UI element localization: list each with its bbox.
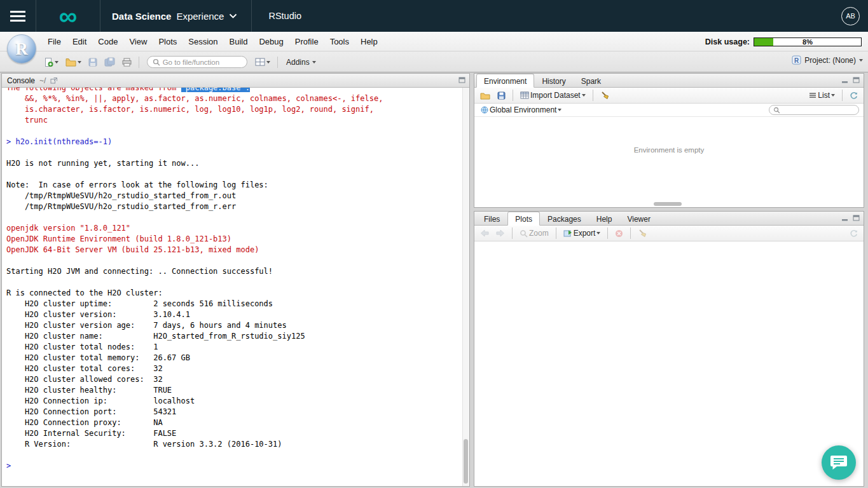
list-view-button[interactable]: List <box>807 89 837 102</box>
load-workspace-button[interactable] <box>478 90 492 102</box>
minimize-pane-icon[interactable] <box>841 77 848 83</box>
menu-help[interactable]: Help <box>355 37 383 46</box>
addins-button[interactable]: Addins <box>283 56 318 69</box>
new-file-icon <box>44 57 53 67</box>
console-body[interactable]: The following objects are masked from 'p… <box>2 88 462 486</box>
refresh-environment-button[interactable] <box>848 90 860 102</box>
save-all-button[interactable] <box>102 55 117 69</box>
console-line: H2O cluster healthy: TRUE <box>6 385 461 396</box>
menu-code[interactable]: Code <box>92 37 123 46</box>
console-line: H2O cluster name: H2O_started_from_R_rst… <box>6 331 461 342</box>
console-scrollbar[interactable] <box>462 88 469 486</box>
menu-build[interactable]: Build <box>224 37 254 46</box>
environment-scope-label: Global Environment <box>490 105 556 114</box>
tab-files[interactable]: Files <box>476 212 507 225</box>
environment-search-input[interactable] <box>782 106 855 114</box>
main-toolbar: Addins R Project: (None) <box>0 51 868 72</box>
addins-label: Addins <box>285 58 311 67</box>
print-button[interactable] <box>120 56 134 69</box>
menu-view[interactable]: View <box>123 37 153 46</box>
rstudio-logo: R <box>7 34 36 64</box>
console-line: H2O cluster allowed cores: 32 <box>6 374 461 385</box>
refresh-icon <box>850 92 858 100</box>
environment-hscrollbar-thumb[interactable] <box>654 202 682 206</box>
minimize-pane-icon[interactable] <box>841 215 848 221</box>
menu-debug[interactable]: Debug <box>253 37 289 46</box>
console-header: Console ~/ <box>2 74 469 88</box>
list-icon <box>809 92 816 98</box>
disk-usage-label: Disk usage: <box>705 37 750 46</box>
popout-icon[interactable] <box>50 77 58 84</box>
console-line: trunc <box>6 115 461 126</box>
console-line <box>6 147 461 158</box>
maximize-pane-icon[interactable] <box>458 77 465 83</box>
menu-file[interactable]: File <box>42 37 67 46</box>
refresh-plots-button[interactable] <box>848 227 860 240</box>
dsx-header: ∞ Data Science Experience RStudio AB <box>0 0 868 32</box>
tab-history[interactable]: History <box>534 74 573 87</box>
console-line: H2O Connection ip: localhost <box>6 396 461 407</box>
console-line <box>6 212 461 223</box>
environment-pane: Environment History Spark Import Dataset <box>474 73 864 208</box>
environment-search[interactable] <box>769 105 859 115</box>
console-line <box>6 126 461 137</box>
console-line: H2O cluster uptime: 2 seconds 516 millis… <box>6 299 461 309</box>
menu-session[interactable]: Session <box>183 37 223 46</box>
environment-toolbar: Import Dataset List <box>474 88 864 104</box>
menu-profile[interactable]: Profile <box>289 37 324 46</box>
list-view-label: List <box>818 91 830 100</box>
console-title: Console <box>7 76 35 85</box>
menu-bar: File Edit Code View Plots Session Build … <box>0 32 868 51</box>
tab-packages[interactable]: Packages <box>540 212 589 225</box>
tab-environment[interactable]: Environment <box>476 74 534 88</box>
avatar[interactable]: AB <box>841 7 860 25</box>
tab-plots[interactable]: Plots <box>507 212 540 226</box>
hamburger-menu-icon[interactable] <box>0 0 36 32</box>
console-line <box>6 169 461 180</box>
menu-plots[interactable]: Plots <box>153 37 183 46</box>
export-plot-button[interactable]: Export <box>561 227 603 240</box>
console-line <box>6 450 461 461</box>
chevron-down-icon <box>229 13 237 18</box>
product-switcher[interactable]: Data Science Experience <box>100 0 251 32</box>
project-selector[interactable]: R Project: (None) <box>792 55 863 65</box>
zoom-plot-button[interactable]: Zoom <box>518 227 551 240</box>
dsx-infinity-logo-icon[interactable]: ∞ <box>36 2 100 30</box>
plot-forward-button[interactable] <box>494 227 507 239</box>
chat-launcher-button[interactable] <box>822 445 856 480</box>
console-line: > <box>6 461 461 471</box>
console-scrollbar-thumb[interactable] <box>464 439 468 484</box>
remove-plot-button[interactable] <box>613 227 625 240</box>
console-line: R is connected to the H2O cluster: <box>6 288 461 299</box>
environment-scope-selector[interactable]: Global Environment <box>479 104 563 116</box>
menu-tools[interactable]: Tools <box>324 37 355 46</box>
save-all-icon <box>104 57 115 67</box>
svg-text:R: R <box>794 57 799 64</box>
maximize-pane-icon[interactable] <box>853 215 860 221</box>
console-line: openjdk version "1.8.0_121" <box>6 223 461 234</box>
goto-file-search[interactable] <box>147 56 247 68</box>
tab-viewer[interactable]: Viewer <box>619 212 658 225</box>
clear-plots-button[interactable] <box>636 227 649 240</box>
r-project-icon: R <box>792 55 801 65</box>
plot-back-button[interactable] <box>478 227 491 239</box>
save-workspace-button[interactable] <box>495 90 507 102</box>
save-button[interactable] <box>86 56 99 69</box>
environment-empty-message: Environment is empty <box>474 117 864 154</box>
new-file-button[interactable] <box>42 55 60 69</box>
menu-edit[interactable]: Edit <box>67 37 92 46</box>
tab-help[interactable]: Help <box>589 212 620 225</box>
console-line <box>6 277 461 288</box>
console-line: OpenJDK 64-Bit Server VM (build 25.121-b… <box>6 245 461 255</box>
tab-spark[interactable]: Spark <box>574 74 609 87</box>
clear-workspace-button[interactable] <box>598 89 611 102</box>
disk-usage-percent: 8% <box>754 38 861 46</box>
console-line: H2O cluster total memory: 26.67 GB <box>6 353 461 363</box>
goto-file-input[interactable] <box>163 58 242 66</box>
console-pane: Console ~/ The following objects are mas… <box>1 73 470 487</box>
import-dataset-button[interactable]: Import Dataset <box>518 89 588 102</box>
pane-layout-button[interactable] <box>253 56 272 68</box>
open-file-button[interactable] <box>64 56 83 69</box>
maximize-pane-icon[interactable] <box>853 77 860 83</box>
console-line: Starting H2O JVM and connecting: .. Conn… <box>6 266 461 277</box>
